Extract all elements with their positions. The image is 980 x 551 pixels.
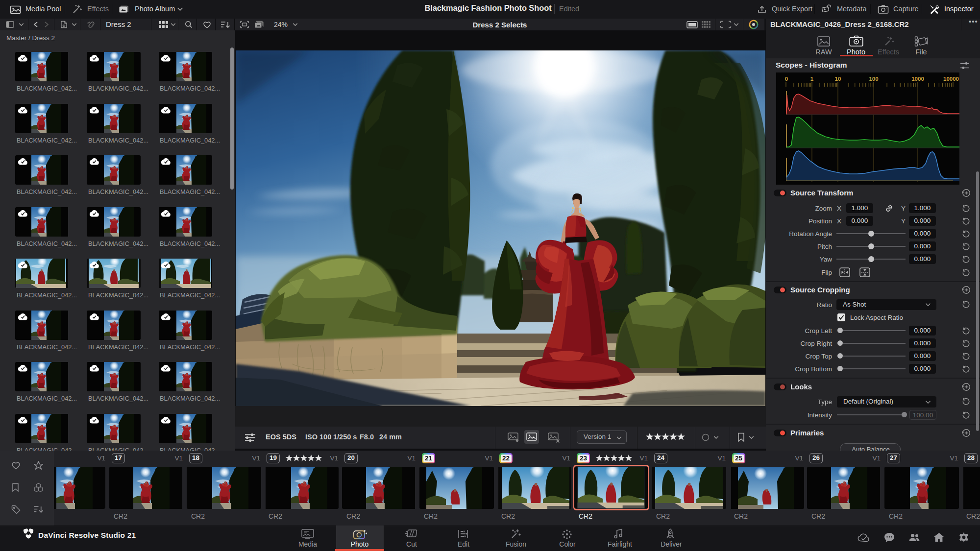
svg-text:10: 10	[835, 76, 841, 82]
svg-text:0: 0	[785, 76, 788, 82]
svg-text:10000: 10000	[943, 76, 959, 82]
svg-text:100: 100	[869, 76, 878, 82]
svg-text:1: 1	[810, 76, 814, 82]
svg-text:1000: 1000	[911, 76, 924, 82]
